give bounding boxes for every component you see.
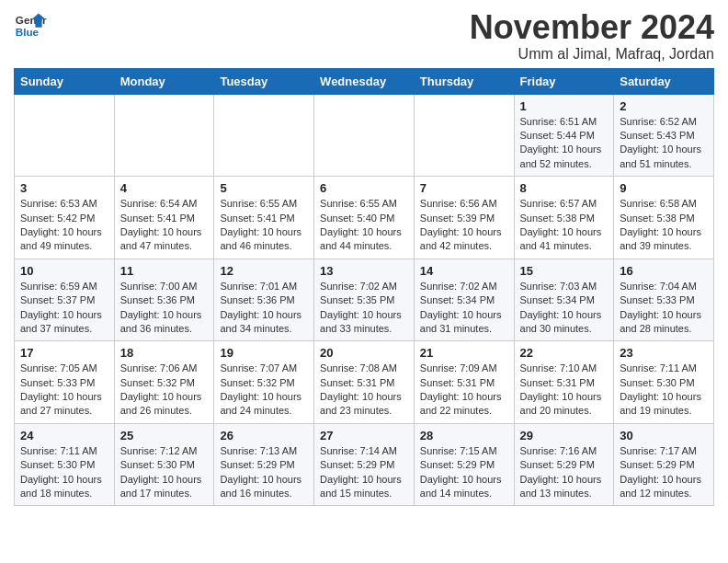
weekday-header-tuesday: Tuesday — [214, 68, 314, 94]
day-info: Sunrise: 6:59 AMSunset: 5:37 PMDaylight:… — [20, 280, 108, 337]
day-number: 21 — [420, 346, 508, 360]
calendar-cell: 2Sunrise: 6:52 AMSunset: 5:43 PMDaylight… — [614, 94, 714, 177]
calendar-cell: 4Sunrise: 6:54 AMSunset: 5:41 PMDaylight… — [114, 177, 214, 259]
logo-icon: General Blue — [14, 9, 47, 42]
day-number: 19 — [220, 346, 308, 360]
day-number: 2 — [620, 99, 708, 113]
calendar-cell: 3Sunrise: 6:53 AMSunset: 5:42 PMDaylight… — [15, 177, 115, 259]
day-info: Sunrise: 7:08 AMSunset: 5:31 PMDaylight:… — [320, 362, 408, 419]
day-info: Sunrise: 6:52 AMSunset: 5:43 PMDaylight:… — [620, 115, 708, 172]
day-info: Sunrise: 7:09 AMSunset: 5:31 PMDaylight:… — [420, 362, 508, 419]
title-area: November 2024 Umm al Jimal, Mafraq, Jord… — [470, 9, 714, 63]
day-info: Sunrise: 7:11 AMSunset: 5:30 PMDaylight:… — [620, 362, 708, 419]
day-info: Sunrise: 7:15 AMSunset: 5:29 PMDaylight:… — [420, 444, 508, 501]
location-title: Umm al Jimal, Mafraq, Jordan — [470, 46, 714, 63]
day-number: 7 — [420, 181, 508, 195]
day-number: 24 — [20, 429, 108, 442]
day-info: Sunrise: 7:03 AMSunset: 5:34 PMDaylight:… — [520, 280, 609, 337]
day-info: Sunrise: 6:56 AMSunset: 5:39 PMDaylight:… — [420, 197, 508, 254]
day-number: 28 — [420, 429, 508, 442]
calendar-cell: 14Sunrise: 7:02 AMSunset: 5:34 PMDayligh… — [414, 259, 514, 341]
weekday-header-sunday: Sunday — [15, 68, 115, 94]
week-row-2: 3Sunrise: 6:53 AMSunset: 5:42 PMDaylight… — [15, 177, 714, 259]
calendar-cell: 25Sunrise: 7:12 AMSunset: 5:30 PMDayligh… — [114, 423, 214, 506]
calendar-cell: 26Sunrise: 7:13 AMSunset: 5:29 PMDayligh… — [214, 423, 314, 506]
calendar-cell — [314, 94, 415, 177]
day-info: Sunrise: 6:55 AMSunset: 5:41 PMDaylight:… — [220, 197, 308, 254]
calendar-cell: 5Sunrise: 6:55 AMSunset: 5:41 PMDaylight… — [214, 177, 314, 259]
day-info: Sunrise: 7:11 AMSunset: 5:30 PMDaylight:… — [20, 444, 108, 501]
day-info: Sunrise: 7:07 AMSunset: 5:32 PMDaylight:… — [220, 362, 308, 419]
calendar-cell: 23Sunrise: 7:11 AMSunset: 5:30 PMDayligh… — [614, 341, 714, 424]
day-info: Sunrise: 7:05 AMSunset: 5:33 PMDaylight:… — [20, 362, 108, 419]
calendar-cell: 10Sunrise: 6:59 AMSunset: 5:37 PMDayligh… — [15, 259, 115, 341]
day-info: Sunrise: 7:13 AMSunset: 5:29 PMDaylight:… — [220, 444, 308, 501]
day-number: 17 — [20, 346, 108, 360]
day-info: Sunrise: 7:12 AMSunset: 5:30 PMDaylight:… — [120, 444, 209, 501]
day-number: 25 — [120, 429, 209, 442]
week-row-5: 24Sunrise: 7:11 AMSunset: 5:30 PMDayligh… — [15, 423, 714, 506]
day-info: Sunrise: 7:04 AMSunset: 5:33 PMDaylight:… — [620, 280, 708, 337]
day-info: Sunrise: 6:51 AMSunset: 5:44 PMDaylight:… — [520, 115, 609, 172]
day-number: 26 — [220, 429, 308, 442]
day-info: Sunrise: 6:53 AMSunset: 5:42 PMDaylight:… — [20, 197, 108, 254]
day-info: Sunrise: 7:16 AMSunset: 5:29 PMDaylight:… — [520, 444, 609, 501]
weekday-header-row: SundayMondayTuesdayWednesdayThursdayFrid… — [15, 68, 714, 94]
week-row-4: 17Sunrise: 7:05 AMSunset: 5:33 PMDayligh… — [15, 341, 714, 424]
calendar-cell: 6Sunrise: 6:55 AMSunset: 5:40 PMDaylight… — [314, 177, 415, 259]
calendar-table: SundayMondayTuesdayWednesdayThursdayFrid… — [14, 68, 714, 507]
day-number: 16 — [620, 264, 708, 278]
week-row-1: 1Sunrise: 6:51 AMSunset: 5:44 PMDaylight… — [15, 94, 714, 177]
calendar-cell: 24Sunrise: 7:11 AMSunset: 5:30 PMDayligh… — [15, 423, 115, 506]
calendar-cell: 11Sunrise: 7:00 AMSunset: 5:36 PMDayligh… — [114, 259, 214, 341]
day-info: Sunrise: 7:01 AMSunset: 5:36 PMDaylight:… — [220, 280, 308, 337]
calendar-cell: 19Sunrise: 7:07 AMSunset: 5:32 PMDayligh… — [214, 341, 314, 424]
day-info: Sunrise: 7:17 AMSunset: 5:29 PMDaylight:… — [620, 444, 708, 501]
day-number: 14 — [420, 264, 508, 278]
calendar-cell: 1Sunrise: 6:51 AMSunset: 5:44 PMDaylight… — [514, 94, 614, 177]
day-info: Sunrise: 6:55 AMSunset: 5:40 PMDaylight:… — [320, 197, 408, 254]
calendar-cell: 20Sunrise: 7:08 AMSunset: 5:31 PMDayligh… — [314, 341, 415, 424]
day-number: 9 — [620, 181, 708, 195]
calendar-cell: 18Sunrise: 7:06 AMSunset: 5:32 PMDayligh… — [114, 341, 214, 424]
calendar-cell: 22Sunrise: 7:10 AMSunset: 5:31 PMDayligh… — [514, 341, 614, 424]
day-number: 1 — [520, 99, 609, 113]
day-number: 18 — [120, 346, 209, 360]
calendar-cell: 27Sunrise: 7:14 AMSunset: 5:29 PMDayligh… — [314, 423, 415, 506]
calendar-cell: 8Sunrise: 6:57 AMSunset: 5:38 PMDaylight… — [514, 177, 614, 259]
day-number: 27 — [320, 429, 408, 442]
day-number: 29 — [520, 429, 609, 442]
weekday-header-friday: Friday — [514, 68, 614, 94]
calendar-cell — [114, 94, 214, 177]
day-number: 6 — [320, 181, 408, 195]
svg-text:General: General — [16, 14, 47, 26]
day-number: 13 — [320, 264, 408, 278]
logo: General Blue — [14, 9, 47, 42]
day-info: Sunrise: 7:06 AMSunset: 5:32 PMDaylight:… — [120, 362, 209, 419]
day-number: 4 — [120, 181, 209, 195]
day-info: Sunrise: 6:57 AMSunset: 5:38 PMDaylight:… — [520, 197, 609, 254]
calendar-cell: 21Sunrise: 7:09 AMSunset: 5:31 PMDayligh… — [414, 341, 514, 424]
calendar-cell — [414, 94, 514, 177]
day-number: 12 — [220, 264, 308, 278]
day-number: 30 — [620, 429, 708, 442]
day-number: 11 — [120, 264, 209, 278]
calendar-cell: 30Sunrise: 7:17 AMSunset: 5:29 PMDayligh… — [614, 423, 714, 506]
day-info: Sunrise: 7:00 AMSunset: 5:36 PMDaylight:… — [120, 280, 209, 337]
calendar-cell: 7Sunrise: 6:56 AMSunset: 5:39 PMDaylight… — [414, 177, 514, 259]
day-info: Sunrise: 7:02 AMSunset: 5:35 PMDaylight:… — [320, 280, 408, 337]
calendar-cell — [15, 94, 115, 177]
day-info: Sunrise: 6:54 AMSunset: 5:41 PMDaylight:… — [120, 197, 209, 254]
day-info: Sunrise: 7:02 AMSunset: 5:34 PMDaylight:… — [420, 280, 508, 337]
day-number: 8 — [520, 181, 609, 195]
day-number: 5 — [220, 181, 308, 195]
calendar-cell: 9Sunrise: 6:58 AMSunset: 5:38 PMDaylight… — [614, 177, 714, 259]
calendar-cell: 16Sunrise: 7:04 AMSunset: 5:33 PMDayligh… — [614, 259, 714, 341]
day-number: 15 — [520, 264, 609, 278]
day-number: 10 — [20, 264, 108, 278]
day-number: 20 — [320, 346, 408, 360]
day-info: Sunrise: 7:10 AMSunset: 5:31 PMDaylight:… — [520, 362, 609, 419]
calendar-cell — [214, 94, 314, 177]
day-info: Sunrise: 6:58 AMSunset: 5:38 PMDaylight:… — [620, 197, 708, 254]
day-number: 23 — [620, 346, 708, 360]
